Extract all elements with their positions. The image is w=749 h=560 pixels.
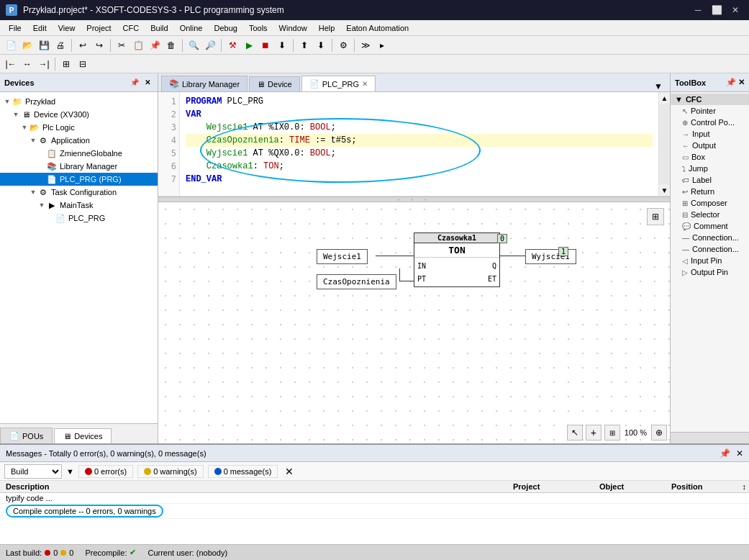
tree-item-vars[interactable]: 📋 ZmienneGlobalne bbox=[0, 147, 158, 160]
open-button[interactable]: 📂 bbox=[19, 37, 35, 53]
more-btn[interactable]: ≫ bbox=[358, 37, 373, 53]
tree-item-plclogic[interactable]: ▼ 📂 Plc Logic bbox=[0, 121, 158, 134]
toolbox-conn1[interactable]: — Connection... bbox=[671, 232, 749, 243]
toolbox-pointer[interactable]: ↖ Pointer bbox=[671, 105, 749, 117]
upload-btn[interactable]: ⬆ bbox=[296, 37, 312, 53]
build-selector-arrow[interactable]: ▼ bbox=[66, 467, 74, 476]
toolbox-input[interactable]: → Input bbox=[671, 128, 749, 140]
align-left[interactable]: |← bbox=[3, 56, 19, 72]
extra-btn[interactable]: ▸ bbox=[374, 37, 390, 53]
tab-library-manager[interactable]: 📚 Library Manager bbox=[161, 76, 248, 91]
menu-window[interactable]: Window bbox=[273, 22, 313, 34]
menu-tools[interactable]: Tools bbox=[243, 22, 273, 34]
cursor-icon-btn[interactable]: ↖ bbox=[567, 425, 583, 441]
tab-plcprg[interactable]: 📄 PLC_PRG ✕ bbox=[301, 76, 376, 91]
expand-icon-taskconf[interactable]: ▼ bbox=[29, 188, 37, 197]
menu-view[interactable]: View bbox=[53, 22, 81, 34]
fbd-ton-block[interactable]: Czasowka1 TON IN PT Q ET bbox=[414, 232, 500, 287]
new-button[interactable]: 📄 bbox=[3, 37, 19, 53]
zoom-in-btn[interactable]: + bbox=[586, 425, 602, 441]
run-btn[interactable]: ▶ bbox=[241, 37, 257, 53]
clear-messages-btn[interactable]: ✕ bbox=[285, 466, 294, 477]
var-czasopoz[interactable]: CzasOpoznienia bbox=[317, 274, 396, 289]
tree-item-root[interactable]: ▼ 📁 Przykład bbox=[0, 95, 158, 108]
menu-cfc[interactable]: CFC bbox=[117, 22, 145, 34]
panel-close-button[interactable]: ✕ bbox=[142, 77, 153, 89]
tab-devices[interactable]: 🖥 Devices bbox=[54, 428, 112, 443]
undo-button[interactable]: ↩ bbox=[75, 37, 91, 53]
var-wyjscie1[interactable]: Wyjscie1 bbox=[525, 249, 576, 264]
zoom-fit-btn[interactable]: ⊞ bbox=[604, 425, 620, 441]
menu-help[interactable]: Help bbox=[313, 22, 341, 34]
message-row-1[interactable]: Compile complete -- 0 errors, 0 warnings bbox=[0, 504, 749, 519]
menu-eaton[interactable]: Eaton Automation bbox=[340, 22, 414, 34]
warning-badge[interactable]: 0 warning(s) bbox=[137, 465, 204, 478]
col-sort-icon[interactable]: ↕ bbox=[743, 482, 747, 491]
tb2-btn1[interactable]: ⊞ bbox=[58, 56, 74, 72]
tab-scroll-arrow[interactable]: ▼ bbox=[650, 81, 667, 91]
find-button[interactable]: 🔍 bbox=[186, 37, 201, 53]
toolbox-selector[interactable]: ⊟ Selector bbox=[671, 209, 749, 220]
save-button[interactable]: 💾 bbox=[36, 37, 52, 53]
panel-splitter[interactable]: · · · bbox=[158, 197, 670, 202]
tab-close-plcprg[interactable]: ✕ bbox=[362, 80, 368, 88]
expand-icon-root[interactable]: ▼ bbox=[3, 97, 12, 106]
restore-button[interactable]: ⬜ bbox=[709, 4, 725, 16]
messages-close-btn[interactable]: ✕ bbox=[736, 448, 743, 459]
message-row-0[interactable]: typify code ... bbox=[0, 493, 749, 504]
align-center[interactable]: ↔ bbox=[19, 56, 35, 72]
toolbox-output[interactable]: ← Output bbox=[671, 140, 749, 151]
menu-project[interactable]: Project bbox=[81, 22, 117, 34]
build-btn[interactable]: ⚒ bbox=[224, 37, 240, 53]
menu-edit[interactable]: Edit bbox=[27, 22, 53, 34]
paste-button[interactable]: 📌 bbox=[147, 37, 163, 53]
toolbox-pin-btn[interactable]: 📌 bbox=[726, 78, 736, 86]
find2-button[interactable]: 🔎 bbox=[202, 37, 218, 53]
toolbox-jump[interactable]: ⤵ Jump bbox=[671, 163, 749, 174]
minimize-button[interactable]: ─ bbox=[690, 4, 706, 16]
tree-item-maintask[interactable]: ▼ ▶ MainTask bbox=[0, 199, 158, 212]
tree-item-plcprg2[interactable]: 📄 PLC_PRG bbox=[0, 212, 158, 225]
toolbox-box[interactable]: ▭ Box bbox=[671, 151, 749, 163]
cut-button[interactable]: ✂ bbox=[114, 37, 130, 53]
step-btn[interactable]: ⬇ bbox=[274, 37, 290, 53]
redo-button[interactable]: ↪ bbox=[91, 37, 107, 53]
close-button[interactable]: ✕ bbox=[727, 4, 743, 16]
settings-btn[interactable]: ⚙ bbox=[335, 37, 351, 53]
tab-device[interactable]: 🖥 Device bbox=[249, 76, 300, 91]
code-scroll-down[interactable]: ▼ bbox=[659, 184, 670, 196]
download-btn[interactable]: ⬇ bbox=[313, 37, 329, 53]
tree-item-application[interactable]: ▼ ⚙ Application bbox=[0, 134, 158, 147]
tree-item-device[interactable]: ▼ 🖥 Device (XV300) bbox=[0, 108, 158, 121]
align-right[interactable]: →| bbox=[36, 56, 52, 72]
tb2-btn2[interactable]: ⊟ bbox=[75, 56, 91, 72]
fit-view-btn[interactable]: ⊞ bbox=[647, 208, 664, 225]
delete-button[interactable]: 🗑 bbox=[163, 37, 179, 53]
panel-pin-button[interactable]: 📌 bbox=[129, 77, 140, 89]
var-wejscie1[interactable]: Wejscie1 bbox=[317, 249, 368, 264]
toolbox-close-btn[interactable]: ✕ bbox=[738, 78, 745, 86]
print-button[interactable]: 🖨 bbox=[53, 37, 68, 53]
toolbox-composer[interactable]: ⊞ Composer bbox=[671, 197, 749, 209]
toolbox-label[interactable]: 🏷 Label bbox=[671, 174, 749, 186]
tab-pous[interactable]: 📄 POUs bbox=[0, 428, 53, 443]
zoom-extra-btn[interactable]: ⊕ bbox=[651, 425, 667, 441]
expand-icon-device[interactable]: ▼ bbox=[12, 110, 20, 119]
toolbox-conn2[interactable]: — Connection... bbox=[671, 243, 749, 255]
stop-btn[interactable]: ⏹ bbox=[258, 37, 273, 53]
messages-pin-btn[interactable]: 📌 bbox=[720, 448, 730, 459]
menu-online[interactable]: Online bbox=[174, 22, 209, 34]
tree-item-plcprg[interactable]: 📄 PLC_PRG (PRG) bbox=[0, 173, 158, 186]
toolbox-control-poi[interactable]: ⊕ Control Po... bbox=[671, 117, 749, 128]
expand-icon-app[interactable]: ▼ bbox=[29, 136, 37, 145]
expand-icon-plclogic[interactable]: ▼ bbox=[20, 123, 29, 132]
build-selector[interactable]: Build bbox=[4, 464, 62, 479]
code-content[interactable]: PROGRAM PLC_PRG VAR Wejscie1 AT %IX0.0: … bbox=[180, 92, 658, 196]
tree-item-taskconf[interactable]: ▼ ⚙ Task Configuration bbox=[0, 186, 158, 199]
copy-button[interactable]: 📋 bbox=[130, 37, 146, 53]
tree-item-libmgr[interactable]: 📚 Library Manager bbox=[0, 160, 158, 173]
toolbox-input-pin[interactable]: ◁ Input Pin bbox=[671, 255, 749, 266]
error-badge[interactable]: 0 error(s) bbox=[78, 465, 133, 478]
toolbox-return[interactable]: ↩ Return bbox=[671, 186, 749, 197]
toolbox-output-pin[interactable]: ▷ Output Pin bbox=[671, 266, 749, 278]
